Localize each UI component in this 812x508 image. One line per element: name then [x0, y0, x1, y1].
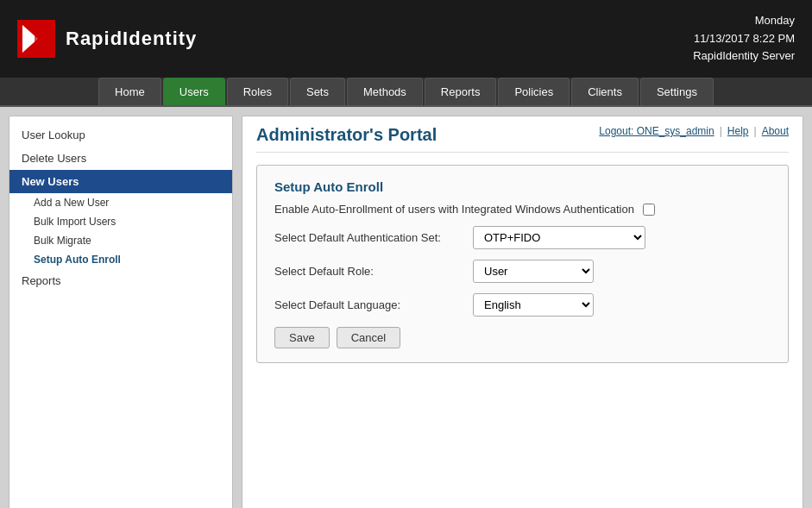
content-header: Administrator's Portal Logout: ONE_sys_a…	[256, 125, 789, 153]
form-section-title: Setup Auto Enroll	[274, 179, 771, 194]
datetime-server: RapidIdentity Server	[693, 47, 795, 66]
logo-area: RapidIdentity	[17, 20, 197, 58]
nav-item-sets[interactable]: Sets	[290, 78, 345, 105]
setup-auto-enroll-panel: Setup Auto Enroll Enable Auto-Enrollment…	[256, 165, 789, 363]
role-select[interactable]: UserAdminGuest	[473, 260, 594, 283]
main-container: User LookupDelete UsersNew UsersAdd a Ne…	[0, 107, 812, 508]
nav-bar: HomeUsersRolesSetsMethodsReportsPolicies…	[0, 78, 812, 107]
separator-2: |	[754, 125, 757, 137]
sidebar-item-new-users[interactable]: New Users	[9, 170, 232, 193]
language-row: Select Default Language: EnglishSpanishF…	[274, 293, 771, 317]
nav-item-reports[interactable]: Reports	[425, 78, 497, 105]
role-label: Select Default Role:	[274, 265, 464, 278]
language-select[interactable]: EnglishSpanishFrenchGerman	[473, 293, 594, 317]
auth-set-select[interactable]: OTP+FIDOOTPFIDOPassword	[473, 226, 645, 249]
nav-item-clients[interactable]: Clients	[571, 78, 639, 105]
sidebar-item-reports[interactable]: Reports	[9, 269, 232, 292]
content-area: Administrator's Portal Logout: ONE_sys_a…	[242, 116, 803, 508]
datetime-time: 11/13/2017 8:22 PM	[693, 30, 795, 48]
enable-checkbox[interactable]	[643, 204, 655, 216]
sidebar: User LookupDelete UsersNew UsersAdd a Ne…	[9, 116, 233, 508]
nav-item-home[interactable]: Home	[98, 78, 161, 105]
nav-item-roles[interactable]: Roles	[227, 78, 288, 105]
app-header: RapidIdentity Monday 11/13/2017 8:22 PM …	[0, 0, 812, 78]
enable-label: Enable Auto-Enrollment of users with Int…	[274, 203, 634, 216]
role-row: Select Default Role: UserAdminGuest	[274, 260, 771, 283]
form-buttons: Save Cancel	[274, 327, 771, 348]
sidebar-item-user-lookup[interactable]: User Lookup	[9, 123, 232, 147]
cancel-button[interactable]: Cancel	[337, 327, 400, 348]
header-links: Logout: ONE_sys_admin | Help | About	[599, 125, 789, 137]
about-link[interactable]: About	[762, 125, 789, 137]
sidebar-item-bulk-migrate[interactable]: Bulk Migrate	[9, 231, 232, 250]
auth-set-row: Select Default Authentication Set: OTP+F…	[274, 226, 771, 249]
help-link[interactable]: Help	[727, 125, 749, 137]
save-button[interactable]: Save	[274, 327, 330, 348]
nav-item-settings[interactable]: Settings	[640, 78, 714, 105]
sidebar-item-bulk-import[interactable]: Bulk Import Users	[9, 212, 232, 231]
separator-1: |	[720, 125, 722, 137]
auth-set-label: Select Default Authentication Set:	[274, 231, 464, 244]
datetime-day: Monday	[693, 12, 795, 30]
nav-item-policies[interactable]: Policies	[498, 78, 570, 105]
nav-item-users[interactable]: Users	[163, 78, 225, 105]
nav-item-methods[interactable]: Methods	[347, 78, 423, 105]
portal-title: Administrator's Portal	[256, 125, 437, 145]
logo-icon	[17, 20, 55, 58]
enable-row: Enable Auto-Enrollment of users with Int…	[274, 203, 771, 216]
header-datetime: Monday 11/13/2017 8:22 PM RapidIdentity …	[693, 12, 795, 66]
logout-link[interactable]: Logout: ONE_sys_admin	[599, 125, 714, 137]
sidebar-item-setup-auto-enroll[interactable]: Setup Auto Enroll	[9, 250, 232, 269]
logo-text: RapidIdentity	[66, 28, 197, 50]
sidebar-item-delete-users[interactable]: Delete Users	[9, 147, 232, 170]
language-label: Select Default Language:	[274, 298, 464, 311]
sidebar-item-add-new-user[interactable]: Add a New User	[9, 193, 232, 212]
